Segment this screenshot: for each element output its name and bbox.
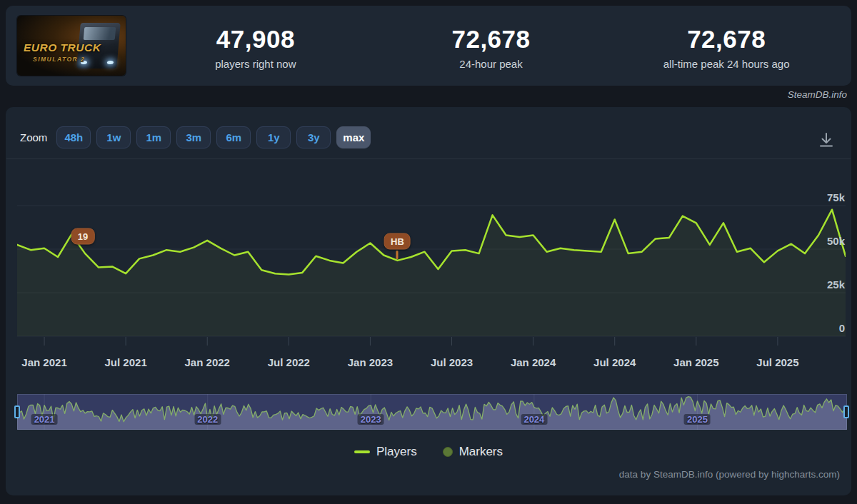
navigator-selection-mask[interactable] <box>17 394 847 430</box>
legend-item-players[interactable]: Players <box>354 445 417 459</box>
navigator-year-2025: 2025 <box>684 414 711 425</box>
stats-row: 47,908 players right now 72,678 24-hour … <box>138 6 844 86</box>
navigator-year-2022: 2022 <box>194 414 221 425</box>
xtick-Jul-2025: Jul 2025 <box>756 356 798 368</box>
xtick-Jan-2023: Jan 2023 <box>348 356 393 368</box>
header-stats-panel: EURO TRUCK SIMULATOR 2 47,908 players ri… <box>6 6 851 86</box>
download-icon <box>817 131 836 149</box>
xtick-Jul-2024: Jul 2024 <box>593 356 636 368</box>
ytick-50k: 50k <box>827 235 845 248</box>
navigator-strip[interactable] <box>17 394 847 430</box>
legend-item-markers[interactable]: Markers <box>443 445 503 459</box>
range-button-1w[interactable]: 1w <box>96 126 131 148</box>
xtick-Jul-2022: Jul 2022 <box>268 356 310 368</box>
xtick-Jan-2022: Jan 2022 <box>185 356 230 368</box>
navigator-year-2021: 2021 <box>31 414 58 425</box>
ytick-0: 0 <box>839 322 845 335</box>
range-button-3m[interactable]: 3m <box>176 126 211 148</box>
range-button-1m[interactable]: 1m <box>136 126 171 148</box>
game-banner-title: EURO TRUCK <box>24 41 101 54</box>
event-marker-HB[interactable]: HB <box>384 233 411 249</box>
navigator-left-handle[interactable] <box>14 405 20 418</box>
navigator-year-2024: 2024 <box>521 414 547 425</box>
xtick-Jul-2023: Jul 2023 <box>431 356 473 368</box>
stat-alltime-peak: 72,678 all-time peak 24 hours ago <box>608 6 844 86</box>
players-area-fill <box>17 210 846 336</box>
range-button-6m[interactable]: 6m <box>216 126 251 148</box>
steamdb-watermark: SteamDB.info <box>788 89 847 100</box>
peak-24h-label: 24-hour peak <box>459 58 522 70</box>
chart-credits: data by SteamDB.info (powered by highcha… <box>619 469 840 480</box>
range-button-max[interactable]: max <box>336 126 371 148</box>
chart-legend: PlayersMarkers <box>0 445 857 459</box>
legend-line-swatch-icon <box>354 450 370 453</box>
xtick-Jan-2024: Jan 2024 <box>511 356 556 368</box>
zoom-toolbar: Zoom 48h1w1m3m6m1y3ymax <box>20 126 371 148</box>
legend-label-players: Players <box>376 445 417 459</box>
download-chart-button[interactable] <box>816 130 837 151</box>
current-players-value: 47,908 <box>216 25 295 54</box>
current-players-label: players right now <box>215 58 296 70</box>
zoom-label: Zoom <box>20 131 47 143</box>
ytick-75k: 75k <box>827 191 845 204</box>
alltime-peak-label: all-time peak 24 hours ago <box>663 58 790 70</box>
players-chart <box>17 168 846 347</box>
xtick-Jul-2021: Jul 2021 <box>105 356 147 368</box>
legend-label-markers: Markers <box>459 445 503 459</box>
alltime-peak-value: 72,678 <box>687 25 766 54</box>
stat-current-players: 47,908 players right now <box>138 6 374 86</box>
stat-24h-peak: 72,678 24-hour peak <box>374 6 609 86</box>
game-banner: EURO TRUCK SIMULATOR 2 <box>17 16 126 76</box>
range-button-3y[interactable]: 3y <box>296 126 331 148</box>
toolbar-divider <box>6 158 851 159</box>
legend-circle-swatch-icon <box>443 447 453 457</box>
xtick-Jan-2025: Jan 2025 <box>673 356 718 368</box>
navigator-year-2023: 2023 <box>358 414 384 425</box>
navigator-right-handle[interactable] <box>843 405 849 418</box>
game-banner-subtitle: SIMULATOR 2 <box>33 56 85 63</box>
page: { "header": { "banner": { "line1": "EURO… <box>0 0 857 504</box>
range-button-1y[interactable]: 1y <box>256 126 291 148</box>
range-button-48h[interactable]: 48h <box>56 126 91 148</box>
headlight-right <box>107 61 114 64</box>
xtick-Jan-2021: Jan 2021 <box>21 356 66 368</box>
event-marker-stem <box>396 251 399 259</box>
event-marker-19[interactable]: 19 <box>71 228 94 245</box>
range-buttons: 48h1w1m3m6m1y3ymax <box>56 126 371 148</box>
peak-24h-value: 72,678 <box>451 25 530 54</box>
ytick-25k: 25k <box>827 278 845 291</box>
